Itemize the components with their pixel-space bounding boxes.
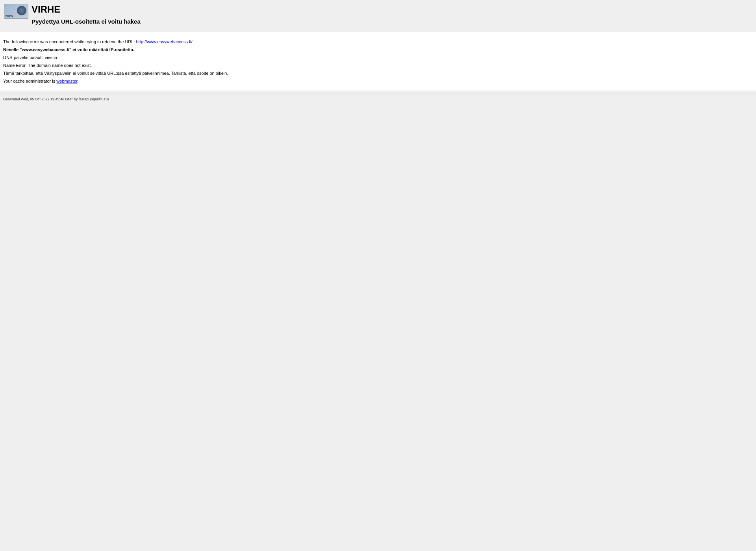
content-area: The following error was encountered whil… <box>0 32 756 91</box>
webmaster-link[interactable]: webmaster <box>56 79 77 83</box>
admin-paragraph: Your cache administrator is webmaster. <box>3 79 753 83</box>
dns-error-text: Nimelle "www.easywebaccess.fi" ei voitu … <box>3 47 753 52</box>
explanation-text: Tämä tarkoittaa, että Välityspalvelin ei… <box>3 71 753 76</box>
admin-intro-text: Your cache administrator is <box>3 79 56 83</box>
failed-url-link[interactable]: http://www.easywebaccess.fi/ <box>136 39 193 44</box>
name-error-text: Name Error: The domain name does not exi… <box>3 63 753 68</box>
error-title: VIRHE <box>32 4 141 15</box>
admin-period: . <box>78 79 79 83</box>
header-text-block: VIRHE Pyydettyä URL-osoitetta ei voitu h… <box>32 4 141 25</box>
page-header: NOW VIRHE Pyydettyä URL-osoitetta ei voi… <box>0 0 756 29</box>
intro-paragraph: The following error was encountered whil… <box>3 39 753 44</box>
footer-area: Generated Wed, 05 Oct 2022 19:45:46 GMT … <box>0 94 756 104</box>
intro-text: The following error was encountered whil… <box>3 39 136 44</box>
squid-logo: NOW <box>4 4 28 19</box>
dns-message-text: DNS-palvelin palautti viestin: <box>3 55 753 60</box>
logo-text: NOW <box>6 14 13 18</box>
error-subtitle: Pyydettyä URL-osoitetta ei voitu hakea <box>32 18 141 25</box>
generated-timestamp: Generated Wed, 05 Oct 2022 19:45:46 GMT … <box>3 97 109 101</box>
logo-swirl-icon <box>17 6 26 15</box>
